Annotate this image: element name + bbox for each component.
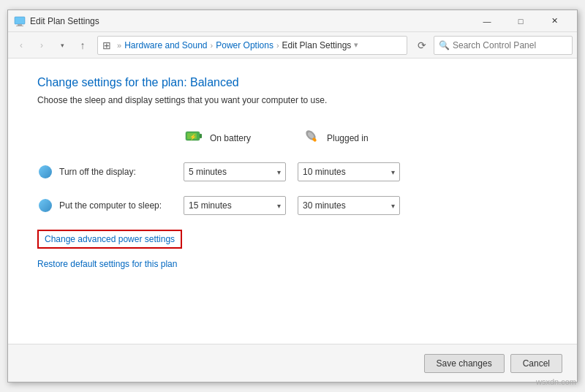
footer: Save changes Cancel (8, 344, 577, 382)
up-button[interactable]: ↑ (74, 37, 91, 54)
settings-row-sleep: Put the computer to sleep: 15 minutes ▾ … (37, 196, 548, 215)
change-advanced-power-settings-link[interactable]: Change advanced power settings (37, 230, 182, 249)
breadcrumb-sep-0: » (117, 41, 121, 50)
search-input[interactable] (453, 40, 567, 50)
display-battery-arrow: ▾ (277, 168, 281, 176)
window-title: Edit Plan Settings (30, 16, 470, 26)
sleep-row-icon (37, 197, 53, 214)
column-header-battery: ⚡ On battery (184, 126, 301, 151)
sleep-plugged-arrow: ▾ (391, 202, 395, 210)
svg-text:⚡: ⚡ (189, 133, 197, 140)
svg-rect-1 (18, 24, 22, 26)
cancel-button[interactable]: Cancel (510, 354, 562, 373)
window-controls: — □ ✕ (470, 10, 571, 32)
battery-column-icon: ⚡ (184, 126, 204, 151)
display-battery-value: 5 minutes (189, 167, 227, 177)
svg-rect-2 (16, 26, 23, 26)
display-row-controls: 5 minutes ▾ 10 minutes ▾ (184, 162, 400, 181)
svg-rect-0 (15, 17, 25, 24)
back-button[interactable]: ‹ (12, 37, 30, 54)
svg-rect-4 (200, 134, 202, 138)
breadcrumb-dropdown-chevron[interactable]: ▾ (354, 40, 358, 50)
breadcrumb-sep-2: › (276, 41, 279, 50)
breadcrumb-power-options[interactable]: Power Options (216, 40, 273, 50)
main-window: Edit Plan Settings — □ ✕ ‹ › ▾ ↑ ⊞ » Har… (7, 10, 578, 382)
link-section: Change advanced power settings Restore d… (37, 230, 548, 269)
maximize-button[interactable]: □ (504, 10, 537, 32)
column-label-battery: On battery (210, 133, 251, 143)
sleep-row-label: Put the computer to sleep: (59, 200, 184, 211)
display-row-label: Turn off the display: (59, 167, 184, 177)
display-battery-dropdown[interactable]: 5 minutes ▾ (184, 162, 286, 181)
column-label-plugged: Plugged in (327, 133, 369, 143)
display-row-icon (37, 164, 53, 180)
close-button[interactable]: ✕ (537, 10, 571, 32)
search-box: 🔍 (434, 36, 573, 55)
sleep-battery-arrow: ▾ (277, 202, 281, 210)
window-icon (14, 15, 26, 27)
sleep-battery-dropdown[interactable]: 15 minutes ▾ (184, 196, 286, 215)
display-plugged-value: 10 minutes (303, 167, 346, 177)
breadcrumb-edit-plan-settings: Edit Plan Settings (282, 40, 352, 50)
minimize-button[interactable]: — (470, 10, 504, 32)
refresh-button[interactable]: ⟳ (413, 37, 431, 54)
restore-default-settings-link[interactable]: Restore default settings for this plan (37, 259, 548, 269)
sleep-row-controls: 15 minutes ▾ 30 minutes ▾ (184, 196, 400, 215)
sleep-plugged-value: 30 minutes (303, 200, 346, 211)
title-bar: Edit Plan Settings — □ ✕ (8, 10, 577, 32)
settings-row-display: Turn off the display: 5 minutes ▾ 10 min… (37, 162, 548, 181)
sleep-battery-value: 15 minutes (189, 200, 232, 211)
nav-bar: ‹ › ▾ ↑ ⊞ » Hardware and Sound › Power O… (8, 32, 577, 59)
display-plugged-dropdown[interactable]: 10 minutes ▾ (298, 162, 400, 181)
forward-button[interactable]: › (33, 37, 50, 54)
page-subtitle: Choose the sleep and display settings th… (37, 95, 548, 105)
content-area: Change settings for the plan: Balanced C… (8, 59, 577, 344)
display-plugged-arrow: ▾ (391, 168, 395, 176)
page-title: Change settings for the plan: Balanced (37, 76, 548, 89)
plugged-column-icon (301, 126, 321, 151)
save-changes-button[interactable]: Save changes (424, 354, 505, 373)
breadcrumb-sep-1: › (211, 41, 214, 50)
column-header-plugged: Plugged in (301, 126, 418, 151)
sleep-plugged-dropdown[interactable]: 30 minutes ▾ (298, 196, 400, 215)
breadcrumb-bar: ⊞ » Hardware and Sound › Power Options ›… (97, 36, 407, 55)
recent-locations-button[interactable]: ▾ (53, 37, 71, 54)
search-icon: 🔍 (439, 40, 450, 50)
table-header-row: ⚡ On battery Pl (37, 126, 548, 151)
breadcrumb-home-icon: ⊞ (102, 39, 111, 51)
watermark: wsxdn.com (536, 377, 576, 386)
breadcrumb-hardware-and-sound[interactable]: Hardware and Sound (124, 40, 207, 50)
settings-table: ⚡ On battery Pl (37, 126, 548, 215)
